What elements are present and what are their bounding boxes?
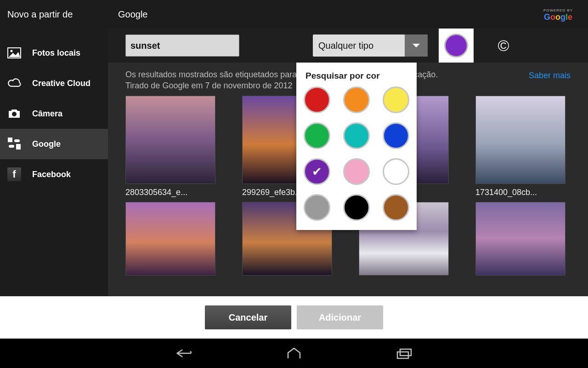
result-thumbnail <box>125 202 215 276</box>
color-swatch-blue[interactable] <box>383 122 409 149</box>
color-popup-title: Pesquisar por cor <box>297 71 416 86</box>
header-source-title: Google <box>108 9 537 20</box>
color-popup: Pesquisar por cor ✔ <box>296 63 417 230</box>
svg-rect-3 <box>8 138 12 142</box>
result-thumbnail <box>475 96 565 184</box>
svg-point-1 <box>11 50 13 52</box>
search-bar: Qualquer tipo © <box>108 29 588 63</box>
svg-point-2 <box>12 112 17 116</box>
search-input[interactable] <box>125 34 239 57</box>
body: Fotos locais Creative Cloud Câmera Googl… <box>0 29 588 296</box>
svg-rect-4 <box>14 139 20 142</box>
result-cell[interactable] <box>475 202 565 276</box>
svg-rect-5 <box>9 145 14 148</box>
type-dropdown-label: Qualquer tipo <box>313 34 405 57</box>
color-swatch-purple[interactable]: ✔ <box>304 158 330 185</box>
header-left-title: Novo a partir de <box>0 9 108 20</box>
type-dropdown[interactable]: Qualquer tipo <box>313 34 428 57</box>
sidebar-item-label: Fotos locais <box>32 48 80 58</box>
sidebar-item-facebook[interactable]: f Facebook <box>0 159 108 190</box>
creative-cloud-icon <box>7 76 21 90</box>
camera-icon <box>7 107 21 121</box>
color-swatch-teal[interactable] <box>343 122 370 149</box>
license-filter-button[interactable]: © <box>492 34 515 57</box>
copyright-icon: © <box>498 37 509 55</box>
photo-icon <box>7 46 21 60</box>
powered-by-label: POWERED BY <box>543 8 573 12</box>
color-swatch-black[interactable] <box>343 194 370 221</box>
sidebar: Fotos locais Creative Cloud Câmera Googl… <box>0 29 108 296</box>
color-swatch-orange[interactable] <box>343 86 370 113</box>
google-icon <box>7 137 21 151</box>
result-thumbnail <box>475 202 565 276</box>
result-cell[interactable] <box>125 202 215 276</box>
color-swatch-white[interactable] <box>383 158 409 185</box>
sidebar-item-label: Google <box>32 139 61 149</box>
check-icon: ✔ <box>312 165 322 179</box>
sidebar-item-label: Creative Cloud <box>32 79 90 88</box>
color-grid: ✔ <box>297 86 416 221</box>
selected-color-swatch <box>444 34 468 58</box>
result-label: 1731400_08cb... <box>475 188 565 197</box>
result-cell[interactable]: 2803305634_e... <box>125 96 215 197</box>
result-thumbnail <box>125 96 215 184</box>
header: Novo a partir de Google POWERED BY Googl… <box>0 0 588 29</box>
sidebar-item-camera[interactable]: Câmera <box>0 98 108 129</box>
result-cell[interactable]: 1731400_08cb... <box>475 96 565 197</box>
color-filter-button[interactable] <box>439 29 474 63</box>
color-swatch-brown[interactable] <box>383 194 409 221</box>
svg-rect-6 <box>16 144 21 150</box>
recents-icon[interactable] <box>395 347 413 360</box>
back-icon[interactable] <box>175 347 193 360</box>
sidebar-item-label: Câmera <box>32 109 62 119</box>
color-swatch-gray[interactable] <box>304 194 330 221</box>
color-swatch-yellow[interactable] <box>383 86 409 113</box>
sidebar-item-creative-cloud[interactable]: Creative Cloud <box>0 68 108 98</box>
cancel-button[interactable]: Cancelar <box>205 305 291 329</box>
facebook-icon: f <box>7 167 21 181</box>
app-root: Novo a partir de Google POWERED BY Googl… <box>0 0 588 368</box>
home-icon[interactable] <box>285 347 303 360</box>
chevron-down-icon <box>413 44 420 47</box>
sidebar-item-google[interactable]: Google <box>0 129 108 159</box>
add-button[interactable]: Adicionar <box>297 305 383 329</box>
result-label: 2803305634_e... <box>125 188 215 197</box>
color-swatch-green[interactable] <box>304 122 330 149</box>
android-navbar <box>0 339 588 368</box>
sidebar-item-local-photos[interactable]: Fotos locais <box>0 38 108 68</box>
bottom-bar: Cancelar Adicionar <box>0 296 588 339</box>
color-swatch-pink[interactable] <box>343 158 370 185</box>
sidebar-item-label: Facebook <box>32 170 71 179</box>
learn-more-link[interactable]: Saber mais <box>529 69 571 81</box>
color-swatch-red[interactable] <box>304 86 330 113</box>
main: Qualquer tipo © Os resultados mostrados … <box>108 29 588 296</box>
type-dropdown-toggle[interactable] <box>405 34 428 57</box>
powered-by-google: POWERED BY Google <box>537 8 588 21</box>
google-logo: Google <box>544 13 572 21</box>
